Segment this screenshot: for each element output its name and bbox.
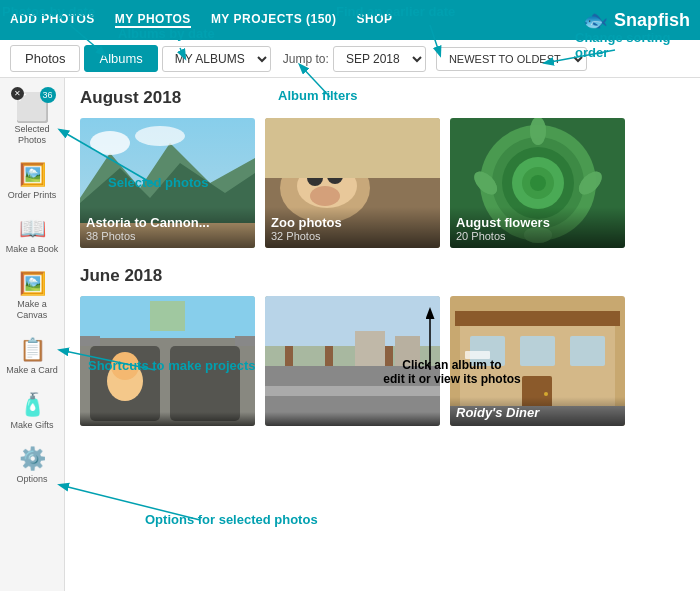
svg-rect-47 [235,336,255,346]
sidebar-options-label: Options [16,474,47,485]
album-zoo[interactable]: Zoo photos 32 Photos [265,118,440,248]
svg-point-43 [111,352,139,380]
svg-rect-45 [150,301,185,331]
svg-rect-64 [520,336,555,366]
album-june-1[interactable] [80,296,255,426]
sidebar-canvas-label: Make a Canvas [4,299,60,321]
tab-photos[interactable]: Photos [10,45,80,72]
nav-links: ADD PHOTOS MY PHOTOS MY PROJECTS (150) S… [10,12,393,28]
album-astoria-count: 38 Photos [86,230,249,242]
sidebar-book-label: Make a Book [6,244,59,255]
album-flowers[interactable]: August flowers 20 Photos [450,118,625,248]
nav-shop[interactable]: SHOP [357,12,393,28]
month-august: August 2018 [80,88,685,108]
svg-rect-22 [265,118,440,178]
sidebar-item-options[interactable]: ⚙️ Options [0,438,64,493]
nav-add-photos[interactable]: ADD PHOTOS [10,12,95,28]
svg-rect-57 [355,331,385,366]
sidebar-gifts-label: Make Gifts [10,420,53,431]
album-june-3[interactable]: Roidy's Diner [450,296,625,426]
sidebar-item-make-card[interactable]: 📋 Make a Card [0,329,64,384]
sidebar-prints-label: Order Prints [8,190,57,201]
album-astoria-overlay: Astoria to Cannon... 38 Photos [80,207,255,248]
svg-rect-46 [80,336,100,346]
svg-point-21 [310,186,340,206]
layout: ✕ ⬜ 36 Selected Photos 🖼️ Order Prints 📖… [0,78,700,591]
sidebar-item-make-book[interactable]: 📖 Make a Book [0,208,64,263]
sidebar: ✕ ⬜ 36 Selected Photos 🖼️ Order Prints 📖… [0,78,65,591]
album-june-1-overlay [80,412,255,426]
top-nav: ADD PHOTOS MY PHOTOS MY PROJECTS (150) S… [0,0,700,40]
nav-my-projects[interactable]: MY PROJECTS (150) [211,12,337,28]
svg-rect-65 [570,336,605,366]
svg-rect-62 [455,311,620,326]
jump-to-label: Jump to: [283,52,329,66]
august-album-grid: Astoria to Cannon... 38 Photos Zoo [80,118,685,248]
june-album-grid: Roidy's Diner [80,296,685,426]
svg-point-13 [90,131,130,155]
month-june: June 2018 [80,266,685,286]
selected-badge-count: 36 [40,87,56,103]
svg-rect-59 [265,386,440,396]
prints-icon: 🖼️ [19,162,46,188]
album-zoo-overlay: Zoo photos 32 Photos [265,207,440,248]
svg-point-14 [135,126,185,146]
album-flowers-count: 20 Photos [456,230,619,242]
sidebar-item-order-prints[interactable]: 🖼️ Order Prints [0,154,64,209]
nav-my-photos[interactable]: MY PHOTOS [115,12,191,28]
album-june-2-overlay [265,412,440,426]
svg-point-29 [530,175,546,191]
album-zoo-count: 32 Photos [271,230,434,242]
main-content: August 2018 [65,78,700,591]
sort-select[interactable]: NEWEST TO OLDEST [436,47,587,71]
album-astoria[interactable]: Astoria to Cannon... 38 Photos [80,118,255,248]
album-astoria-title: Astoria to Cannon... [86,215,249,230]
album-june-2[interactable] [265,296,440,426]
sidebar-item-make-gifts[interactable]: 🧴 Make Gifts [0,384,64,439]
sidebar-item-selected[interactable]: ✕ ⬜ 36 Selected Photos [0,83,64,154]
sidebar-item-make-canvas[interactable]: 🖼️ Make a Canvas [0,263,64,329]
album-flowers-overlay: August flowers 20 Photos [450,207,625,248]
tab-albums[interactable]: Albums [84,45,157,72]
album-flowers-title: August flowers [456,215,619,230]
options-icon: ⚙️ [19,446,46,472]
svg-rect-41 [170,346,240,421]
svg-rect-58 [395,336,420,366]
album-june-3-overlay: Roidy's Diner [450,397,625,426]
gifts-icon: 🧴 [19,392,46,418]
close-icon[interactable]: ✕ [11,87,24,100]
filter-bar: Photos Albums MY ALBUMS Jump to: SEP 201… [0,40,700,78]
sidebar-selected-label: Selected Photos [4,124,60,146]
album-june-3-title: Roidy's Diner [456,405,619,420]
album-filter-select[interactable]: MY ALBUMS [162,46,271,72]
fish-icon: 🐟 [583,8,608,32]
canvas-icon: 🖼️ [19,271,46,297]
logo-text: Snapfish [614,10,690,31]
jump-to-select[interactable]: SEP 2018 [333,46,426,72]
svg-point-34 [530,118,546,145]
book-icon: 📖 [19,216,46,242]
album-zoo-title: Zoo photos [271,215,434,230]
svg-point-67 [544,392,548,396]
sidebar-card-label: Make a Card [6,365,58,376]
card-icon: 📋 [19,337,46,363]
logo: 🐟 Snapfish [583,8,690,32]
svg-rect-68 [465,351,490,359]
